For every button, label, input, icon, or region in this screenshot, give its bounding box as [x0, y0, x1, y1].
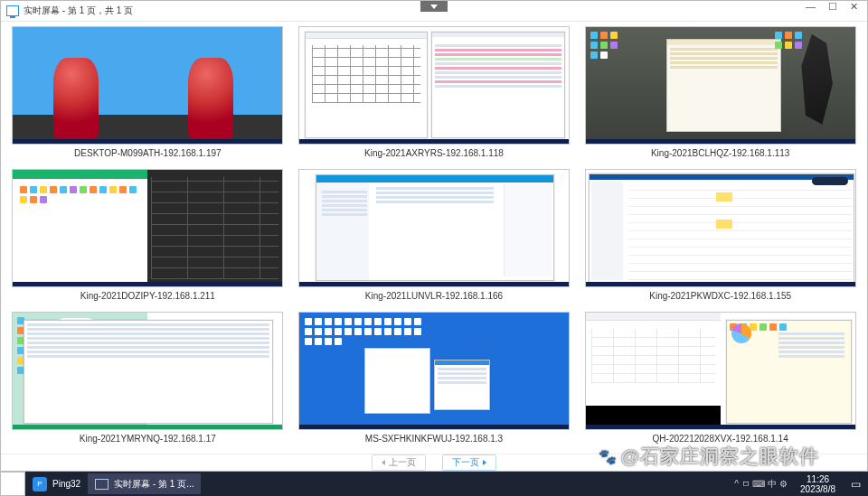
app-icon — [6, 5, 19, 16]
screen-grid: DESKTOP-M099ATH-192.168.1.197 King-2021A… — [1, 23, 867, 454]
system-tray[interactable]: ^ ㅁ ⌨ 中 ⚙ — [729, 478, 793, 491]
screen-caption: King-2021AXRYRS-192.168.1.118 — [364, 148, 504, 161]
screen-caption: King-2021YMRYNQ-192.168.1.17 — [80, 434, 216, 446]
screen-thumbnail[interactable] — [298, 169, 570, 287]
svg-rect-2 — [7, 484, 12, 489]
taskbar-app-realtime[interactable]: 实时屏幕 - 第 1 页... — [88, 473, 201, 494]
app-icon: P — [33, 477, 47, 491]
screen-caption: King-2021PKWDXC-192.168.1.155 — [649, 291, 791, 304]
clock-time: 11:26 — [800, 474, 835, 484]
screen-thumbnail[interactable] — [585, 312, 856, 430]
screen-thumbnail[interactable] — [298, 312, 570, 430]
taskbar-app-ping32[interactable]: P Ping32 — [25, 473, 88, 494]
monitor-icon — [95, 479, 108, 490]
screen-thumbnail[interactable] — [585, 26, 856, 145]
close-button[interactable]: ✕ — [850, 1, 858, 13]
minimize-button[interactable]: — — [806, 1, 816, 13]
screen-thumbnail[interactable] — [585, 169, 856, 287]
next-page-button[interactable]: 下一页 — [442, 454, 496, 471]
screen-thumbnail[interactable] — [298, 26, 570, 145]
taskbar-label: Ping32 — [52, 479, 80, 489]
menu-dropdown[interactable] — [420, 1, 448, 12]
notifications-icon[interactable]: ▭ — [843, 472, 868, 496]
title-bar[interactable]: 实时屏幕 - 第 1 页，共 1 页 — ☐ ✕ — [1, 1, 867, 22]
taskbar-label: 实时屏幕 - 第 1 页... — [114, 478, 193, 491]
svg-rect-1 — [14, 479, 18, 483]
screen-thumbnail[interactable] — [12, 312, 283, 430]
screen-thumbnail[interactable] — [12, 26, 283, 145]
prev-page-button[interactable]: 上一页 — [372, 454, 426, 471]
os-taskbar[interactable]: ◯ P Ping32 实时屏幕 - 第 1 页... ^ ㅁ ⌨ 中 ⚙ 11:… — [0, 472, 868, 496]
screen-thumbnail[interactable] — [12, 169, 283, 287]
pager: 上一页 下一页 — [1, 454, 867, 471]
svg-rect-0 — [7, 479, 12, 483]
svg-rect-3 — [14, 484, 18, 489]
screen-caption: QH-202212028XVX-192.168.1.14 — [653, 434, 788, 446]
window-title: 实时屏幕 - 第 1 页，共 1 页 — [24, 5, 133, 17]
clock-date: 2023/8/8 — [800, 484, 835, 494]
app-window: 实时屏幕 - 第 1 页，共 1 页 — ☐ ✕ DESKTOP-M099ATH… — [0, 0, 868, 472]
screen-caption: King-2021BCLHQZ-192.168.1.113 — [651, 148, 789, 161]
screen-caption: King-2021DOZIPY-192.168.1.211 — [80, 291, 215, 304]
taskbar-clock[interactable]: 11:26 2023/8/8 — [793, 474, 843, 494]
screen-caption: DESKTOP-M099ATH-192.168.1.197 — [74, 148, 222, 161]
start-button[interactable] — [0, 472, 25, 496]
screen-caption: King-2021LUNVLR-192.168.1.166 — [365, 291, 503, 304]
screen-caption: MS-SXFHKINKFWUJ-192.168.1.3 — [365, 434, 503, 446]
maximize-button[interactable]: ☐ — [828, 1, 837, 13]
